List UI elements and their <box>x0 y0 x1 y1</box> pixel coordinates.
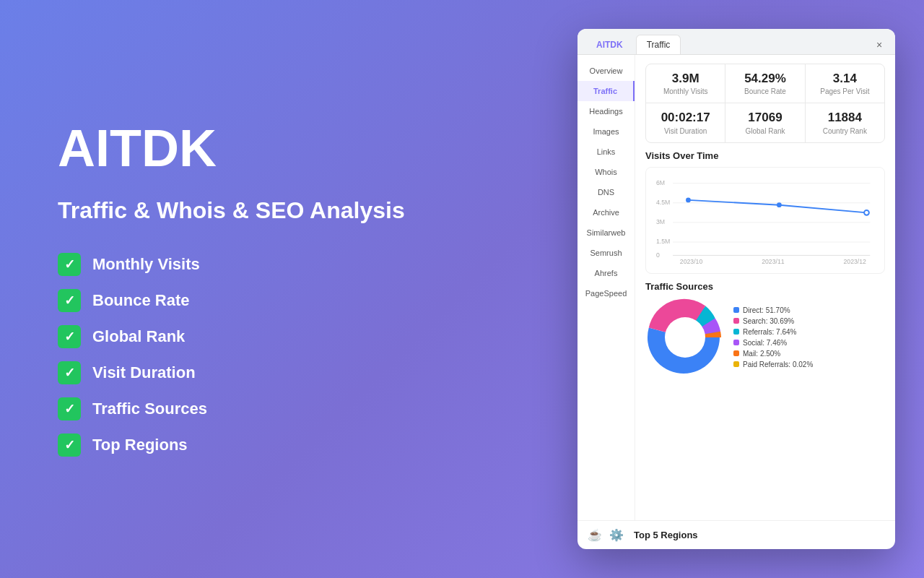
main-content: OverviewTrafficHeadingsImagesLinksWhoisD… <box>578 55 895 520</box>
legend-text: Mail: 2.50% <box>743 350 780 358</box>
stat-label: Monthly Visits <box>652 87 719 95</box>
svg-text:3M: 3M <box>656 218 665 225</box>
legend-text: Direct: 51.70% <box>743 306 790 314</box>
sidebar-item-headings[interactable]: Headings <box>578 101 635 121</box>
stat-cell: 11884Country Rank <box>806 103 884 142</box>
close-button[interactable]: × <box>872 38 886 52</box>
svg-text:6M: 6M <box>656 178 665 186</box>
brand-title: AITDK <box>58 122 534 174</box>
left-panel: AITDK Traffic & Whois & SEO Analysis Mon… <box>0 79 578 500</box>
legend-text: Search: 30.69% <box>743 317 794 325</box>
sidebar-item-pagespeed[interactable]: PageSpeed <box>578 283 635 303</box>
legend-item: Social: 7.46% <box>733 339 813 347</box>
sidebar-item-ahrefs[interactable]: Ahrefs <box>578 263 635 283</box>
sidebar-item-overview[interactable]: Overview <box>578 61 635 81</box>
subtitle: Traffic & Whois & SEO Analysis <box>58 197 534 224</box>
check-icon <box>58 397 81 420</box>
check-icon <box>58 361 81 384</box>
stat-label: Bounce Rate <box>731 87 798 95</box>
legend-item: Search: 30.69% <box>733 317 813 325</box>
content-area: 3.9MMonthly Visits54.29%Bounce Rate3.14P… <box>635 55 895 520</box>
check-icon <box>58 289 81 312</box>
feature-label: Monthly Visits <box>92 255 200 274</box>
legend-dot <box>733 350 739 356</box>
stat-value: 3.9M <box>652 72 719 86</box>
stat-value: 00:02:17 <box>652 111 719 125</box>
stat-value: 11884 <box>811 111 879 125</box>
legend-dot <box>733 307 739 313</box>
sidebar-item-links[interactable]: Links <box>578 142 635 162</box>
legend: Direct: 51.70%Search: 30.69%Referrals: 7… <box>733 306 813 368</box>
sidebar-item-semrush[interactable]: Semrush <box>578 243 635 263</box>
legend-text: Social: 7.46% <box>743 339 787 347</box>
legend-text: Referrals: 7.64% <box>743 328 796 336</box>
svg-text:2023/12: 2023/12 <box>844 258 867 265</box>
sidebar-nav: OverviewTrafficHeadingsImagesLinksWhoisD… <box>578 55 635 520</box>
sidebar-item-similarweb[interactable]: Similarweb <box>578 223 635 243</box>
stat-cell: 54.29%Bounce Rate <box>725 64 804 103</box>
feature-item: Bounce Rate <box>58 289 534 312</box>
feature-label: Global Rank <box>92 327 185 346</box>
legend-item: Referrals: 7.64% <box>733 328 813 336</box>
svg-text:2023/10: 2023/10 <box>680 258 703 265</box>
legend-item: Paid Referrals: 0.02% <box>733 361 813 368</box>
svg-text:1.5M: 1.5M <box>656 238 670 245</box>
feature-item: Monthly Visits <box>58 253 534 276</box>
legend-text: Paid Referrals: 0.02% <box>743 361 813 368</box>
stat-value: 17069 <box>731 111 798 125</box>
stat-label: Visit Duration <box>652 127 719 135</box>
legend-dot <box>733 318 739 324</box>
svg-text:2023/11: 2023/11 <box>762 258 785 265</box>
chart-title: Visits Over Time <box>645 150 885 161</box>
feature-label: Traffic Sources <box>92 400 207 418</box>
check-icon <box>58 253 81 276</box>
feature-label: Visit Duration <box>92 363 196 382</box>
feature-item: Traffic Sources <box>58 397 534 420</box>
legend-dot <box>733 340 739 345</box>
check-icon <box>58 325 81 348</box>
stat-cell: 00:02:17Visit Duration <box>646 103 725 142</box>
stat-cell: 3.9MMonthly Visits <box>646 64 725 103</box>
traffic-sources-title: Traffic Sources <box>645 281 885 292</box>
coffee-icon[interactable]: ☕ <box>588 528 602 542</box>
legend-item: Mail: 2.50% <box>733 350 813 358</box>
tab-aitdk[interactable]: AITDK <box>586 35 633 54</box>
tab-bar: AITDK Traffic × <box>578 29 895 55</box>
stat-value: 54.29% <box>731 72 798 86</box>
stat-label: Pages Per Visit <box>811 87 879 95</box>
legend-dot <box>733 329 739 335</box>
feature-item: Global Rank <box>58 325 534 348</box>
stat-cell: 17069Global Rank <box>725 103 804 142</box>
feature-item: Visit Duration <box>58 361 534 384</box>
svg-point-16 <box>665 317 705 358</box>
legend-dot <box>733 361 739 367</box>
stat-cell: 3.14Pages Per Visit <box>806 64 884 103</box>
sidebar-item-archive[interactable]: Archive <box>578 202 635 223</box>
sidebar-item-dns[interactable]: DNS <box>578 182 635 202</box>
sidebar-item-whois[interactable]: Whois <box>578 162 635 182</box>
browser-window: AITDK Traffic × OverviewTrafficHeadingsI… <box>578 29 895 549</box>
tab-traffic[interactable]: Traffic <box>636 35 681 54</box>
stat-label: Country Rank <box>811 127 879 135</box>
legend-item: Direct: 51.70% <box>733 306 813 314</box>
stat-label: Global Rank <box>731 127 798 135</box>
bottom-title: Top 5 Regions <box>634 530 698 540</box>
svg-text:0: 0 <box>656 251 660 259</box>
svg-point-10 <box>686 197 691 202</box>
pie-chart <box>645 298 725 377</box>
feature-item: Top Regions <box>58 434 534 457</box>
svg-text:4.5M: 4.5M <box>656 199 670 206</box>
feature-list: Monthly VisitsBounce RateGlobal RankVisi… <box>58 253 534 457</box>
bottom-bar: ☕ ⚙️ Top 5 Regions <box>578 520 895 549</box>
feature-label: Top Regions <box>92 436 188 454</box>
feature-label: Bounce Rate <box>92 291 189 310</box>
sidebar-item-images[interactable]: Images <box>578 121 635 142</box>
svg-point-12 <box>864 210 869 215</box>
sidebar-item-traffic[interactable]: Traffic <box>578 81 635 101</box>
line-chart: 6M 4.5M 3M 1.5M 0 <box>653 173 877 267</box>
pie-section: Direct: 51.70%Search: 30.69%Referrals: 7… <box>645 298 885 377</box>
svg-point-11 <box>777 202 782 207</box>
stat-value: 3.14 <box>811 72 879 86</box>
settings-icon[interactable]: ⚙️ <box>609 528 624 542</box>
stats-grid: 3.9MMonthly Visits54.29%Bounce Rate3.14P… <box>645 64 885 143</box>
